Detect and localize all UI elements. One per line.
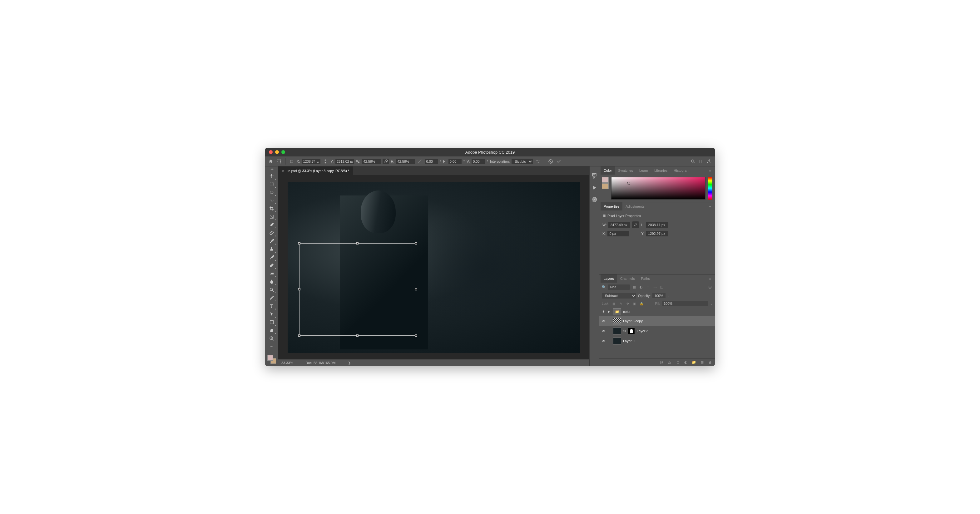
crop-tool[interactable]	[267, 205, 277, 212]
transform-handle[interactable]	[298, 334, 301, 337]
visibility-icon[interactable]: 👁	[602, 310, 606, 313]
warp-icon[interactable]	[535, 158, 541, 165]
lock-paint-icon[interactable]: ✎	[619, 301, 623, 306]
zoom-tool[interactable]	[267, 335, 277, 342]
gradient-tool[interactable]	[267, 270, 277, 277]
transform-handle[interactable]	[298, 242, 301, 245]
dodge-tool[interactable]	[267, 286, 277, 294]
skew-h-input[interactable]	[449, 159, 461, 164]
trash-icon[interactable]: 🗑	[708, 360, 712, 365]
blur-tool[interactable]	[267, 278, 277, 285]
interp-select[interactable]: Bicubic	[512, 159, 533, 164]
actions-panel-icon[interactable]	[591, 185, 597, 191]
link-wh-button[interactable]	[383, 159, 389, 164]
prop-w-input[interactable]	[608, 222, 630, 228]
pen-tool[interactable]	[267, 294, 277, 302]
fill-input[interactable]	[662, 301, 708, 306]
visibility-icon[interactable]: 👁	[602, 339, 606, 343]
tab-channels[interactable]: Channels	[617, 274, 638, 283]
angle-input[interactable]	[425, 159, 438, 164]
filter-toggle[interactable]: ⦿	[707, 285, 712, 290]
opacity-input[interactable]	[652, 293, 665, 298]
lock-artboard-icon[interactable]: ▣	[632, 301, 637, 306]
zoom-level[interactable]: 33.33%	[282, 361, 293, 365]
chevron-down-icon[interactable]: ⌵	[711, 302, 712, 306]
healing-tool[interactable]	[267, 229, 277, 237]
layer-row[interactable]: 👁 ⛓ Layer 3	[599, 326, 715, 336]
tab-swatches[interactable]: Swatches	[615, 166, 636, 175]
fx-icon[interactable]: fx	[667, 360, 672, 365]
shape-tool[interactable]	[267, 318, 277, 326]
layer-thumbnail[interactable]	[613, 337, 621, 344]
panel-bg-swatch[interactable]	[602, 183, 609, 189]
layer-name[interactable]: Layer 3 copy	[623, 319, 643, 323]
lasso-tool[interactable]	[267, 189, 277, 196]
history-panel-icon[interactable]	[591, 173, 597, 179]
tab-layers[interactable]: Layers	[601, 274, 617, 283]
canvas[interactable]	[278, 175, 589, 360]
h-input[interactable]	[396, 159, 415, 164]
path-select-tool[interactable]	[267, 310, 277, 318]
skew-v-input[interactable]	[472, 159, 485, 164]
transform-box[interactable]	[299, 243, 416, 336]
share-icon[interactable]	[706, 158, 712, 165]
layer-row[interactable]: 👁 Layer 0	[599, 336, 715, 346]
filter-shape-icon[interactable]: ▭	[652, 285, 657, 290]
transform-handle[interactable]	[356, 242, 358, 245]
panel-menu-icon[interactable]: ≡	[707, 277, 714, 280]
w-input[interactable]	[362, 159, 381, 164]
minimize-window-button[interactable]	[275, 150, 279, 154]
mask-icon[interactable]: ◻	[676, 360, 680, 365]
expand-arrow-icon[interactable]: ▶	[608, 310, 611, 313]
tab-paths[interactable]: Paths	[638, 274, 653, 283]
fg-color-swatch[interactable]	[267, 355, 273, 361]
tab-libraries[interactable]: Libraries	[651, 166, 670, 175]
layer-mask-thumbnail[interactable]	[628, 328, 635, 334]
color-picker[interactable]	[611, 177, 705, 199]
y-input[interactable]	[336, 159, 354, 164]
layer-row[interactable]: 👁 ▶ 📁 color	[599, 307, 715, 316]
lock-all-icon[interactable]: 🔒	[639, 301, 644, 306]
move-tool[interactable]	[267, 172, 277, 180]
stamp-tool[interactable]	[267, 245, 277, 253]
chevron-down-icon[interactable]: ⌵	[667, 294, 670, 298]
prop-x-input[interactable]	[608, 231, 629, 236]
prop-h-input[interactable]	[646, 222, 668, 228]
tab-adjustments[interactable]: Adjustments	[622, 202, 648, 210]
panel-menu-icon[interactable]: ≡	[707, 205, 714, 208]
new-layer-icon[interactable]: ⊞	[700, 360, 704, 365]
close-window-button[interactable]	[269, 150, 273, 154]
filter-type-icon[interactable]: T	[646, 285, 651, 290]
home-button[interactable]	[268, 158, 274, 165]
workspace-icon[interactable]	[698, 158, 704, 165]
tab-learn[interactable]: Learn	[636, 166, 651, 175]
visibility-icon[interactable]: 👁	[602, 319, 606, 323]
maximize-window-button[interactable]	[282, 150, 285, 154]
layer-row[interactable]: 👁 Layer 3 copy	[599, 316, 715, 326]
reference-point-icon[interactable]	[276, 158, 282, 165]
hue-slider[interactable]	[708, 177, 712, 199]
search-icon[interactable]	[690, 158, 696, 165]
layer-name[interactable]: Layer 0	[623, 339, 635, 343]
mask-link-icon[interactable]: ⛓	[623, 329, 626, 333]
x-input[interactable]	[302, 159, 320, 164]
lock-position-icon[interactable]: ✥	[625, 301, 630, 306]
type-tool[interactable]	[267, 302, 277, 310]
filter-adjust-icon[interactable]: ◐	[639, 285, 644, 290]
navigator-panel-icon[interactable]	[591, 196, 597, 203]
quick-select-tool[interactable]	[267, 197, 277, 204]
toolbar-grip[interactable]: ◀▶	[270, 168, 273, 170]
doc-size[interactable]: Doc: 58.1M/165.9M	[305, 361, 336, 365]
prop-y-input[interactable]	[646, 231, 668, 236]
eyedropper-tool[interactable]	[267, 221, 277, 229]
history-brush-tool[interactable]	[267, 253, 277, 261]
panel-menu-icon[interactable]: ≡	[707, 169, 714, 172]
filter-smart-icon[interactable]: ◫	[659, 285, 664, 290]
swap-xy-icon[interactable]	[322, 158, 329, 165]
lock-transparency-icon[interactable]: ▦	[612, 301, 616, 306]
transform-handle[interactable]	[415, 288, 417, 290]
relative-position-icon[interactable]	[289, 158, 295, 165]
frame-tool[interactable]	[267, 213, 277, 220]
tab-color[interactable]: Color	[601, 166, 615, 175]
status-menu-icon[interactable]: ❯	[348, 361, 351, 365]
